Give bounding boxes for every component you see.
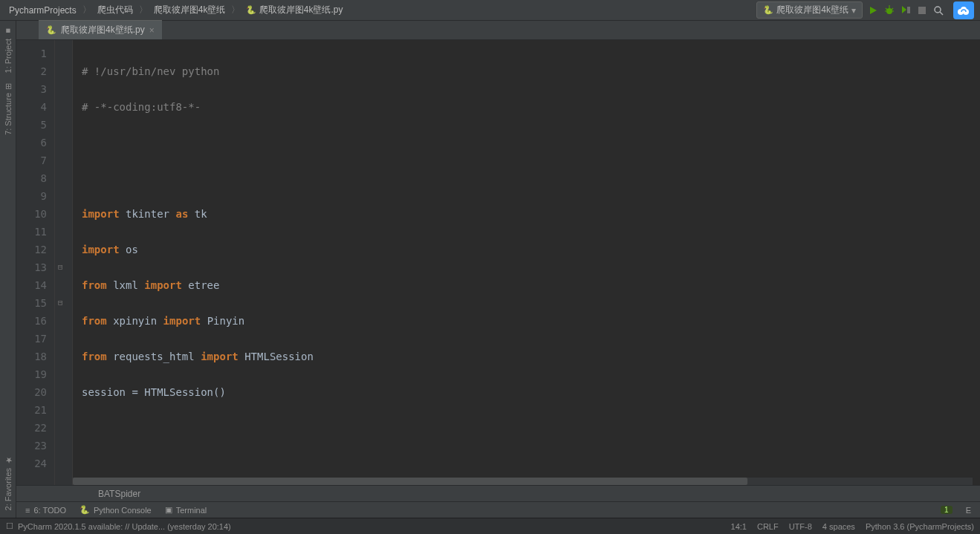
code-text: HTMLSession	[244, 351, 314, 362]
bottom-tool-bar: ≡ 6: TODO 🐍 Python Console ▣ Terminal 1 …	[16, 501, 980, 518]
line-number[interactable]: 17	[19, 330, 47, 348]
line-number[interactable]: 23	[19, 437, 47, 455]
line-gutter[interactable]: 1 2 3 4 5 6 7 8 9 10 11 12 13 14 15 16 1…	[16, 40, 55, 485]
event-log-badge[interactable]: 1	[941, 506, 953, 514]
svg-point-0	[886, 8, 892, 14]
code-text: # -*-coding:utf8-*-	[82, 101, 201, 113]
code-text: session	[82, 386, 126, 398]
svg-point-3	[935, 7, 941, 13]
search-everywhere-button[interactable]	[932, 4, 944, 16]
line-number[interactable]: 8	[19, 169, 47, 187]
python-console-button[interactable]: 🐍 Python Console	[79, 505, 152, 515]
caret-position[interactable]: 14:1	[731, 522, 747, 531]
line-number[interactable]: 4	[19, 98, 47, 116]
editor-tabs: 🐍 爬取彼岸图4k壁纸.py ×	[16, 21, 980, 40]
line-number[interactable]: 18	[19, 348, 47, 365]
structure-tool-label: 7: Structure	[4, 93, 13, 135]
svg-rect-2	[918, 7, 926, 14]
run-config-label: 爬取彼岸图4k壁纸	[776, 4, 848, 16]
code-text: import	[201, 351, 238, 362]
code-editor[interactable]: 1 2 3 4 5 6 7 8 9 10 11 12 13 14 15 16 1…	[16, 40, 980, 485]
code-text: etree	[188, 279, 219, 291]
code-text: requests_html	[113, 351, 195, 362]
run-button[interactable]	[867, 4, 879, 16]
code-text: # !/usr/bin/nev python	[82, 65, 219, 77]
code-text: from	[82, 315, 107, 327]
run-config-selector[interactable]: 🐍 爬取彼岸图4k壁纸 ▾	[756, 1, 863, 19]
crumb-root[interactable]: PycharmProjects	[6, 4, 79, 17]
code-text: import	[163, 315, 201, 327]
todo-tool-button[interactable]: ≡ 6: TODO	[25, 506, 66, 515]
line-number[interactable]: 7	[19, 152, 47, 169]
editor-main: 🐍 爬取彼岸图4k壁纸.py × 1 2 3 4 5 6 7 8 9 10 11…	[16, 21, 980, 501]
horizontal-scrollbar[interactable]	[73, 478, 973, 485]
line-number[interactable]: 6	[19, 134, 47, 152]
event-log-label[interactable]: E	[966, 506, 971, 515]
left-tool-strip: 1: Project ■ 7: Structure ⊞ 2: Favorites…	[0, 21, 16, 518]
line-number[interactable]: 1	[19, 45, 47, 62]
python-interpreter[interactable]: Python 3.6 (PycharmProjects)	[866, 522, 974, 531]
line-number[interactable]: 21	[19, 401, 47, 419]
project-tool-label: 1: Project	[4, 39, 13, 73]
crumb-folder-1[interactable]: 爬虫代码	[94, 2, 136, 18]
file-encoding[interactable]: UTF-8	[789, 522, 812, 531]
python-file-icon: 🐍	[763, 5, 773, 15]
fold-toggle-icon[interactable]	[55, 258, 72, 276]
line-number[interactable]: 22	[19, 419, 47, 437]
line-number[interactable]: 12	[19, 241, 47, 258]
line-number[interactable]: 14	[19, 276, 47, 294]
line-number[interactable]: 2	[19, 62, 47, 80]
chevron-right-icon: 〉	[82, 4, 91, 16]
stop-button[interactable]	[916, 4, 928, 16]
fold-gutter[interactable]	[55, 40, 73, 485]
line-number[interactable]: 5	[19, 116, 47, 134]
code-area[interactable]: # !/usr/bin/nev python # -*-coding:utf8-…	[73, 40, 980, 485]
code-text: =	[126, 386, 144, 398]
scrollbar-thumb[interactable]	[73, 478, 747, 485]
line-number[interactable]: 19	[19, 365, 47, 383]
code-text: lxml	[113, 279, 138, 291]
terminal-button[interactable]: ▣ Terminal	[165, 505, 207, 515]
cloud-sync-icon[interactable]	[953, 1, 974, 19]
close-tab-icon[interactable]: ×	[149, 25, 155, 36]
debug-button[interactable]	[883, 4, 895, 16]
nav-bar: PycharmProjects 〉 爬虫代码 〉 爬取彼岸图4k壁纸 〉 🐍 爬…	[0, 0, 980, 21]
line-number[interactable]: 20	[19, 383, 47, 401]
line-number[interactable]: 24	[19, 455, 47, 472]
file-tab[interactable]: 🐍 爬取彼岸图4k壁纸.py ×	[39, 20, 162, 39]
line-number[interactable]: 3	[19, 80, 47, 98]
line-number[interactable]: 10	[19, 205, 47, 223]
update-notification[interactable]: PyCharm 2020.1.5 available: // Update...…	[18, 522, 231, 531]
fold-toggle-icon[interactable]	[55, 294, 72, 312]
favorites-tool-button[interactable]: 2: Favorites ★	[3, 455, 13, 510]
code-text: import	[82, 208, 120, 220]
line-number[interactable]: 15	[19, 294, 47, 312]
project-tool-button[interactable]: 1: Project ■	[4, 27, 13, 73]
structure-tool-button[interactable]: 7: Structure ⊞	[3, 83, 13, 135]
line-number[interactable]: 9	[19, 187, 47, 205]
crumb-file[interactable]: 🐍 爬取彼岸图4k壁纸.py	[243, 2, 345, 18]
crumb-folder-2[interactable]: 爬取彼岸图4k壁纸	[151, 2, 229, 18]
status-icon[interactable]: ☐	[6, 521, 13, 531]
code-text: tk	[195, 208, 207, 220]
line-separator[interactable]: CRLF	[757, 522, 779, 531]
favorites-tool-label: 2: Favorites	[4, 468, 13, 510]
code-text: HTMLSession()	[144, 386, 226, 398]
dropdown-icon: ▾	[851, 5, 856, 16]
line-number[interactable]: 16	[19, 312, 47, 330]
code-text: import	[82, 244, 120, 255]
run-coverage-button[interactable]	[900, 4, 912, 16]
line-number[interactable]: 13	[19, 258, 47, 276]
code-text: as	[175, 208, 188, 220]
chevron-right-icon: 〉	[231, 4, 240, 16]
code-text: tkinter	[126, 208, 169, 220]
indent-settings[interactable]: 4 spaces	[822, 522, 855, 531]
file-tab-label: 爬取彼岸图4k壁纸.py	[61, 24, 145, 36]
chevron-right-icon: 〉	[139, 4, 148, 16]
todo-label: 6: TODO	[33, 506, 66, 515]
breadcrumbs: PycharmProjects 〉 爬虫代码 〉 爬取彼岸图4k壁纸 〉 🐍 爬…	[6, 2, 345, 18]
editor-breadcrumb[interactable]: BATSpider	[16, 485, 980, 501]
python-console-label: Python Console	[94, 506, 152, 515]
line-number[interactable]: 11	[19, 223, 47, 241]
code-text: from	[82, 279, 107, 291]
